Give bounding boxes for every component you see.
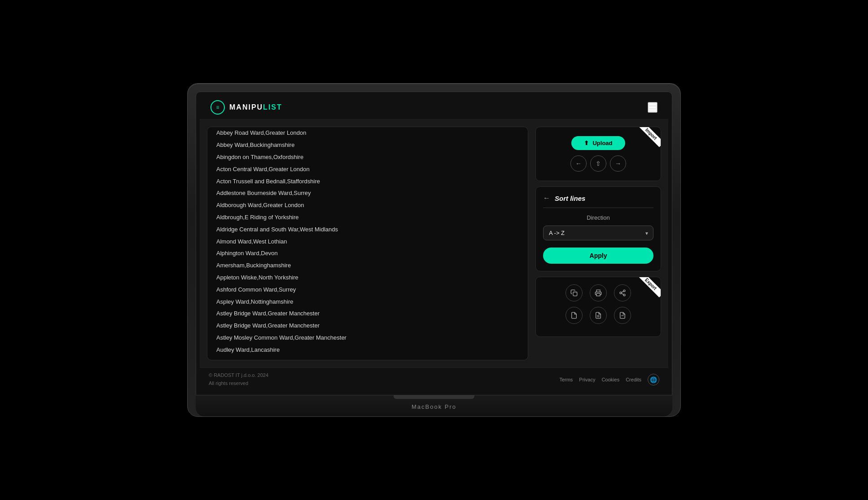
copy-button[interactable] <box>566 284 583 301</box>
logo-area: ≡ MANIPULIST <box>210 100 282 115</box>
sort-header: ← Sort lines <box>543 194 653 202</box>
list-item: Abingdon on Thames,Oxfordshire <box>207 151 528 164</box>
main-content: Abbey Road Ward,Greater LondonAbbey Ward… <box>200 119 668 367</box>
list-item: Astley Bridge Ward,Greater Manchester <box>207 320 528 332</box>
apply-button[interactable]: Apply <box>543 248 653 264</box>
export-txt-button[interactable] <box>614 307 631 324</box>
direction-select-wrapper[interactable]: A -> Z Z -> A <box>543 226 653 240</box>
share-button[interactable] <box>614 284 631 301</box>
list-item: Abbey Road Ward,Greater London <box>207 127 528 139</box>
next-button[interactable]: → <box>610 155 626 172</box>
svg-line-5 <box>622 293 624 295</box>
list-item: Abbey Ward,Buckinghamshire <box>207 139 528 151</box>
navbar: ≡ MANIPULIST ☰ <box>200 96 668 119</box>
upload-icon: ⬆ <box>584 140 589 146</box>
list-item: Amersham,Buckinghamshire <box>207 260 528 272</box>
footer: © RADOST IT j.d.o.o. 2024 All rights res… <box>200 367 668 391</box>
list-item: Ashford Common Ward,Surrey <box>207 284 528 296</box>
svg-rect-1 <box>596 294 600 296</box>
import-ribbon: Import <box>634 127 661 154</box>
export-label: Export <box>638 277 661 297</box>
svg-point-4 <box>623 294 625 296</box>
sort-divider <box>543 208 653 208</box>
app-title: MANIPULIST <box>229 103 282 111</box>
list-item: Acton Central Ward,Greater London <box>207 164 528 176</box>
footer-copyright: © RADOST IT j.d.o.o. 2024 All rights res… <box>209 372 268 387</box>
list-item: Aldborough Ward,Greater London <box>207 199 528 212</box>
print-button[interactable] <box>590 284 607 301</box>
export-doc-button[interactable] <box>566 307 583 324</box>
app-title-accent: LIST <box>263 103 282 111</box>
export-icons-row-2 <box>543 307 653 324</box>
list-item: Aldridge Central and South War,West Midl… <box>207 224 528 236</box>
list-item: Aspley Ward,Nottinghamshire <box>207 296 528 308</box>
import-card: Import ⬆ Upload ← ⇧ → <box>535 127 661 181</box>
rights-text: All rights reserved <box>209 380 268 388</box>
privacy-link[interactable]: Privacy <box>579 377 595 382</box>
export-card: Export <box>535 277 661 337</box>
nav-controls: ← ⇧ → <box>570 155 626 172</box>
direction-select[interactable]: A -> Z Z -> A <box>543 226 653 240</box>
list-item: Acton Trussell and Bednall,Staffordshire <box>207 176 528 188</box>
terms-link[interactable]: Terms <box>559 377 573 382</box>
right-panel: Import ⬆ Upload ← ⇧ → <box>535 127 661 360</box>
sort-card: ← Sort lines Direction A -> Z Z -> A App… <box>535 186 661 271</box>
list-item: Astley Mosley Common Ward,Greater Manche… <box>207 332 528 344</box>
copyright-text: © RADOST IT j.d.o.o. 2024 <box>209 372 268 380</box>
upload-nav-button[interactable]: ⇧ <box>590 155 606 172</box>
svg-line-6 <box>622 292 624 293</box>
list-panel[interactable]: Abbey Road Ward,Greater LondonAbbey Ward… <box>207 127 528 360</box>
sort-title: Sort lines <box>555 195 585 202</box>
export-ribbon: Export <box>634 277 661 304</box>
list-item: Aldbrough,E Riding of Yorkshire <box>207 212 528 224</box>
direction-label: Direction <box>543 214 653 221</box>
upload-label: Upload <box>592 140 612 146</box>
export-csv-button[interactable] <box>590 307 607 324</box>
laptop-notch <box>394 395 474 399</box>
list-item: Astley Bridge Ward,Greater Manchester <box>207 308 528 320</box>
prev-button[interactable]: ← <box>570 155 587 172</box>
language-button[interactable]: 🌐 <box>648 374 659 385</box>
logo-symbol: ≡ <box>216 104 219 111</box>
list-item: Appleton Wiske,North Yorkshire <box>207 272 528 284</box>
hamburger-menu-button[interactable]: ☰ <box>648 102 658 113</box>
footer-links: Terms Privacy Cookies Credits 🌐 <box>559 374 659 385</box>
list-item: Addlestone Bourneside Ward,Surrey <box>207 187 528 199</box>
upload-button[interactable]: ⬆ Upload <box>571 136 625 150</box>
svg-rect-0 <box>573 292 577 296</box>
credits-link[interactable]: Credits <box>626 377 641 382</box>
import-label: Import <box>638 127 661 147</box>
svg-point-2 <box>623 290 625 292</box>
sort-back-button[interactable]: ← <box>543 194 550 202</box>
svg-point-3 <box>620 292 622 294</box>
list-item: Almond Ward,West Lothian <box>207 236 528 248</box>
list-item: Audley Ward,Lancashire <box>207 344 528 356</box>
list-item: Aveton Gifford,Devon <box>207 356 528 361</box>
list-item: Alphington Ward,Devon <box>207 248 528 260</box>
logo-icon: ≡ <box>210 100 225 115</box>
laptop-brand: MacBook Pro <box>412 403 456 410</box>
cookies-link[interactable]: Cookies <box>601 377 619 382</box>
